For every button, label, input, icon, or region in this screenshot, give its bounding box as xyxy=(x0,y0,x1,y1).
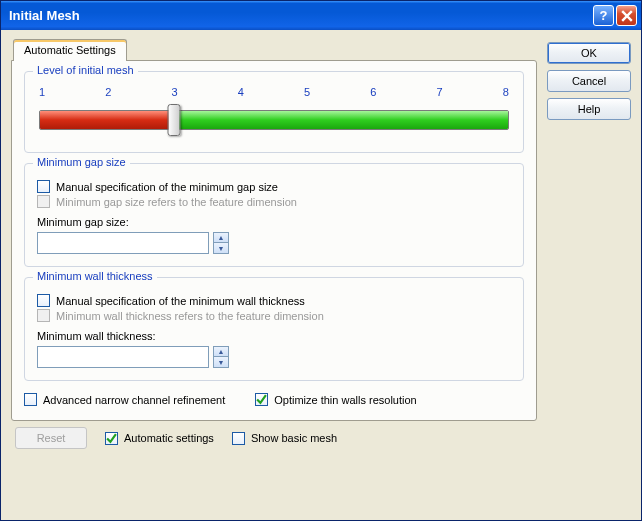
gap-size-input[interactable] xyxy=(37,232,209,254)
slider-thumb[interactable] xyxy=(168,104,181,136)
slider-red-zone xyxy=(40,111,174,129)
checkbox-box xyxy=(37,309,50,322)
group-wall: Minimum wall thickness Manual specificat… xyxy=(24,277,524,381)
checkbox-wall-feature: Minimum wall thickness refers to the fea… xyxy=(37,309,511,322)
checkbox-box xyxy=(37,195,50,208)
footer-row: Reset Automatic settings Show basic mesh xyxy=(11,421,537,449)
wall-spin-down[interactable]: ▼ xyxy=(213,357,229,368)
slider-track xyxy=(39,110,509,130)
title-bar: Initial Mesh ? xyxy=(1,1,641,30)
help-button[interactable]: Help xyxy=(547,98,631,120)
slider-tick-label: 8 xyxy=(503,86,509,98)
checkbox-label: Optimize thin walls resolution xyxy=(274,394,416,406)
checkbox-optimize-thin-walls[interactable]: Optimize thin walls resolution xyxy=(255,393,416,406)
wall-thickness-input[interactable] xyxy=(37,346,209,368)
left-column: Automatic Settings Level of initial mesh… xyxy=(11,38,537,512)
wall-spin-row: ▲ ▼ xyxy=(37,346,511,368)
slider-tick-label: 3 xyxy=(172,86,178,98)
tab-automatic-settings[interactable]: Automatic Settings xyxy=(13,39,127,61)
slider-tick-label: 4 xyxy=(238,86,244,98)
group-gap: Minimum gap size Manual specification of… xyxy=(24,163,524,267)
group-gap-legend: Minimum gap size xyxy=(33,156,130,168)
ok-button[interactable]: OK xyxy=(547,42,631,64)
window-title: Initial Mesh xyxy=(9,8,591,23)
checkbox-box xyxy=(232,432,245,445)
tab-page: Level of initial mesh 12345678 Minimu xyxy=(11,60,537,421)
checkbox-label: Show basic mesh xyxy=(251,432,337,444)
checkbox-label: Minimum gap size refers to the feature d… xyxy=(56,196,297,208)
client-area: Automatic Settings Level of initial mesh… xyxy=(1,30,641,520)
check-icon xyxy=(106,433,117,444)
checkbox-label: Automatic settings xyxy=(124,432,214,444)
checkbox-box xyxy=(37,180,50,193)
help-titlebar-button[interactable]: ? xyxy=(593,5,614,26)
button-label: OK xyxy=(581,47,597,59)
group-wall-legend: Minimum wall thickness xyxy=(33,270,157,282)
checkbox-show-basic-mesh[interactable]: Show basic mesh xyxy=(232,432,337,445)
checkbox-box xyxy=(105,432,118,445)
reset-button[interactable]: Reset xyxy=(15,427,87,449)
group-level: Level of initial mesh 12345678 xyxy=(24,71,524,153)
close-titlebar-button[interactable] xyxy=(616,5,637,26)
checkbox-advanced-narrow[interactable]: Advanced narrow channel refinement xyxy=(24,393,225,406)
slider-ticks: 12345678 xyxy=(37,86,511,98)
gap-spin-down[interactable]: ▼ xyxy=(213,243,229,254)
group-level-legend: Level of initial mesh xyxy=(33,64,138,76)
checkbox-gap-manual[interactable]: Manual specification of the minimum gap … xyxy=(37,180,511,193)
dialog-window: Initial Mesh ? Automatic Settings Level … xyxy=(0,0,642,521)
checkbox-box xyxy=(255,393,268,406)
slider-tick-label: 2 xyxy=(105,86,111,98)
slider-tick-label: 5 xyxy=(304,86,310,98)
checkbox-label: Manual specification of the minimum wall… xyxy=(56,295,305,307)
gap-field-label: Minimum gap size: xyxy=(37,216,511,228)
button-label: Help xyxy=(578,103,601,115)
tab-control: Automatic Settings Level of initial mesh… xyxy=(11,38,537,421)
right-button-column: OK Cancel Help xyxy=(547,38,631,512)
tab-label: Automatic Settings xyxy=(24,44,116,56)
bottom-checkbox-row: Advanced narrow channel refinement Optim… xyxy=(24,391,524,408)
checkbox-box xyxy=(37,294,50,307)
wall-spin-buttons: ▲ ▼ xyxy=(213,346,229,368)
checkbox-label: Advanced narrow channel refinement xyxy=(43,394,225,406)
tab-strip: Automatic Settings xyxy=(11,38,537,60)
checkbox-automatic-settings[interactable]: Automatic settings xyxy=(105,432,214,445)
slider-green-zone xyxy=(174,111,508,129)
mesh-level-slider[interactable] xyxy=(37,100,511,140)
checkbox-label: Minimum wall thickness refers to the fea… xyxy=(56,310,324,322)
checkbox-wall-manual[interactable]: Manual specification of the minimum wall… xyxy=(37,294,511,307)
checkbox-box xyxy=(24,393,37,406)
button-label: Reset xyxy=(37,432,66,444)
button-label: Cancel xyxy=(572,75,606,87)
slider-tick-label: 7 xyxy=(437,86,443,98)
slider-tick-label: 6 xyxy=(370,86,376,98)
wall-spin-up[interactable]: ▲ xyxy=(213,346,229,357)
check-icon xyxy=(256,394,267,405)
gap-spin-row: ▲ ▼ xyxy=(37,232,511,254)
checkbox-gap-feature: Minimum gap size refers to the feature d… xyxy=(37,195,511,208)
gap-spin-up[interactable]: ▲ xyxy=(213,232,229,243)
slider-tick-label: 1 xyxy=(39,86,45,98)
checkbox-label: Manual specification of the minimum gap … xyxy=(56,181,278,193)
gap-spin-buttons: ▲ ▼ xyxy=(213,232,229,254)
close-icon xyxy=(621,10,633,22)
wall-field-label: Minimum wall thickness: xyxy=(37,330,511,342)
cancel-button[interactable]: Cancel xyxy=(547,70,631,92)
